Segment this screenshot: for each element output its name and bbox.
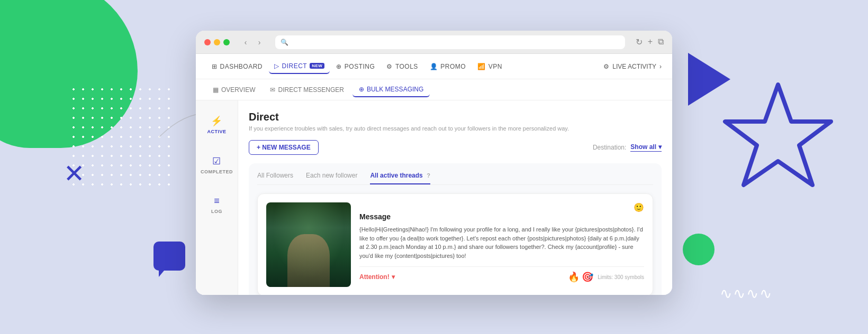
char-limit: Limits: 300 symbols bbox=[598, 274, 644, 280]
log-icon: ≡ bbox=[214, 196, 220, 207]
nav-arrows: ‹ › bbox=[240, 37, 265, 48]
forward-button[interactable]: › bbox=[254, 37, 265, 48]
sub-nav-overview[interactable]: ▦ OVERVIEW bbox=[206, 83, 261, 97]
tab-switcher-icon[interactable]: ⧉ bbox=[658, 37, 664, 47]
destination-label: Destination: bbox=[593, 144, 626, 151]
nav-item-vpn[interactable]: 📶 VPN bbox=[472, 60, 508, 73]
bulk-messaging-icon: ⊕ bbox=[359, 86, 364, 93]
posting-icon: ⊕ bbox=[336, 63, 342, 70]
direct-icon: ▷ bbox=[274, 62, 279, 70]
content-toolbar: + NEW MESSAGE Destination: Show all ▾ bbox=[249, 140, 662, 155]
close-window-button[interactable] bbox=[204, 39, 211, 45]
nav-right: ⚙ LIVE ACTIVITY › bbox=[603, 63, 662, 70]
message-top-right: 🙂 bbox=[359, 202, 644, 212]
content-area: Direct If you experience troubles with s… bbox=[238, 100, 672, 295]
sidebar-item-completed[interactable]: ☑ COMPLETED bbox=[196, 151, 237, 179]
vpn-icon: 📶 bbox=[477, 63, 486, 70]
message-container: All Followers Each new follower All acti… bbox=[249, 163, 662, 295]
tab-bar: All Followers Each new follower All acti… bbox=[257, 172, 653, 185]
search-icon: 🔍 bbox=[281, 39, 288, 46]
dashboard-icon: ⊞ bbox=[212, 63, 218, 70]
nav-item-dashboard[interactable]: ⊞ DASHBOARD bbox=[206, 60, 268, 73]
active-label: ACTIVE bbox=[207, 129, 226, 134]
sub-nav-label-direct-messenger: DIRECT MESSENGER bbox=[278, 86, 343, 94]
nav-label-posting: POSTING bbox=[345, 63, 375, 70]
window-buttons bbox=[204, 39, 230, 45]
nav-item-promo[interactable]: 👤 PROMO bbox=[424, 60, 471, 73]
attention-label: Attention! bbox=[359, 273, 390, 281]
sub-nav-label-bulk-messaging: BULK MESSAGING bbox=[367, 86, 423, 93]
emoji-icons: 🔥 🎯 bbox=[568, 271, 593, 283]
main-content: ⚡ ACTIVE ☑ COMPLETED ≡ LOG Direct If you… bbox=[196, 100, 672, 295]
add-tab-icon[interactable]: + bbox=[648, 37, 653, 47]
maximize-window-button[interactable] bbox=[223, 39, 230, 45]
tools-icon: ⚙ bbox=[386, 63, 393, 70]
bg-wave-decoration: ∿∿∿∿ bbox=[720, 285, 773, 302]
page-title: Direct bbox=[249, 111, 662, 123]
bg-green-circle bbox=[683, 234, 715, 265]
refresh-icon[interactable]: ↻ bbox=[636, 37, 643, 47]
footer-right: 🔥 🎯 Limits: 300 symbols bbox=[568, 271, 644, 283]
sub-nav-bulk-messaging[interactable]: ⊕ BULK MESSAGING bbox=[352, 82, 430, 97]
sidebar-item-log[interactable]: ≡ LOG bbox=[207, 191, 227, 218]
nav-label-vpn: VPN bbox=[489, 63, 502, 70]
promo-icon: 👤 bbox=[430, 63, 438, 70]
tab-all-active-threads[interactable]: All active threads ? bbox=[370, 172, 430, 184]
figure-overlay bbox=[287, 234, 330, 287]
browser-window: ‹ › 🔍 ↻ + ⧉ ⊞ DASHBOARD ▷ DIRECT bbox=[196, 31, 672, 295]
direct-badge: NEW bbox=[310, 63, 324, 69]
nav-label-promo: PROMO bbox=[440, 63, 466, 70]
fire-emoji: 🔥 bbox=[568, 271, 580, 283]
address-bar[interactable]: 🔍 bbox=[275, 35, 625, 49]
sub-nav-direct-messenger[interactable]: ✉ DIRECT MESSENGER bbox=[264, 83, 350, 97]
log-label: LOG bbox=[211, 209, 222, 214]
new-message-button[interactable]: + NEW MESSAGE bbox=[249, 140, 319, 155]
sidebar-item-active[interactable]: ⚡ ACTIVE bbox=[203, 111, 230, 138]
help-icon: ? bbox=[427, 172, 430, 179]
live-activity-label[interactable]: LIVE ACTIVITY bbox=[612, 63, 656, 70]
message-content: 🙂 Message {Hello|Hi|Greetings|Nihao!} I'… bbox=[359, 202, 644, 287]
tab-all-followers[interactable]: All Followers bbox=[257, 172, 293, 184]
nav-items: ⊞ DASHBOARD ▷ DIRECT NEW ⊕ POSTING ⚙ TO bbox=[206, 59, 603, 74]
nav-label-dashboard: DASHBOARD bbox=[220, 63, 263, 70]
attention-button[interactable]: Attention! ▾ bbox=[359, 273, 395, 281]
destination-selector: Destination: Show all ▾ bbox=[593, 143, 662, 152]
app-content: ⊞ DASHBOARD ▷ DIRECT NEW ⊕ POSTING ⚙ TO bbox=[196, 54, 672, 295]
minimize-window-button[interactable] bbox=[214, 39, 220, 45]
message-card: 🙂 Message {Hello|Hi|Greetings|Nihao!} I'… bbox=[257, 193, 653, 295]
top-nav: ⊞ DASHBOARD ▷ DIRECT NEW ⊕ POSTING ⚙ TO bbox=[196, 54, 672, 79]
message-text: {Hello|Hi|Greetings|Nihao!} I'm followin… bbox=[359, 225, 644, 260]
emoji-picker-icon[interactable]: 🙂 bbox=[634, 202, 644, 212]
active-icon: ⚡ bbox=[211, 115, 222, 127]
svg-marker-0 bbox=[725, 85, 831, 185]
browser-actions: ↻ + ⧉ bbox=[636, 37, 664, 47]
direct-messenger-icon: ✉ bbox=[270, 86, 275, 94]
overview-icon: ▦ bbox=[213, 86, 219, 94]
message-title: Message bbox=[359, 212, 644, 221]
settings-icon: ⚙ bbox=[603, 63, 609, 70]
destination-dropdown[interactable]: Show all ▾ bbox=[630, 143, 662, 152]
bg-chat-bubble bbox=[153, 242, 185, 271]
bg-x-icon: ✕ bbox=[64, 159, 85, 188]
message-footer: Attention! ▾ 🔥 🎯 Limits: 300 symbols bbox=[359, 266, 644, 283]
back-button[interactable]: ‹ bbox=[240, 37, 251, 48]
dropdown-arrow-icon: ▾ bbox=[658, 143, 662, 151]
nav-item-posting[interactable]: ⊕ POSTING bbox=[331, 60, 380, 73]
destination-value: Show all bbox=[630, 143, 656, 151]
nav-label-direct: DIRECT bbox=[282, 62, 308, 70]
nav-item-tools[interactable]: ⚙ TOOLS bbox=[381, 60, 423, 73]
nav-item-direct[interactable]: ▷ DIRECT NEW bbox=[269, 59, 330, 74]
sub-nav: ▦ OVERVIEW ✉ DIRECT MESSENGER ⊕ BULK MES… bbox=[196, 79, 672, 100]
bg-star-icon bbox=[720, 79, 836, 217]
live-activity-arrow: › bbox=[659, 63, 662, 70]
nav-label-tools: TOOLS bbox=[395, 63, 418, 70]
message-image bbox=[266, 202, 351, 287]
page-subtitle: If you experience troubles with sales, t… bbox=[249, 125, 662, 132]
target-emoji: 🎯 bbox=[582, 271, 593, 283]
tab-each-new-follower[interactable]: Each new follower bbox=[306, 172, 357, 184]
attention-chevron-icon: ▾ bbox=[392, 273, 395, 281]
completed-icon: ☑ bbox=[212, 155, 221, 167]
sub-nav-label-overview: OVERVIEW bbox=[221, 86, 255, 94]
completed-label: COMPLETED bbox=[201, 169, 233, 174]
browser-chrome: ‹ › 🔍 ↻ + ⧉ bbox=[196, 31, 672, 54]
